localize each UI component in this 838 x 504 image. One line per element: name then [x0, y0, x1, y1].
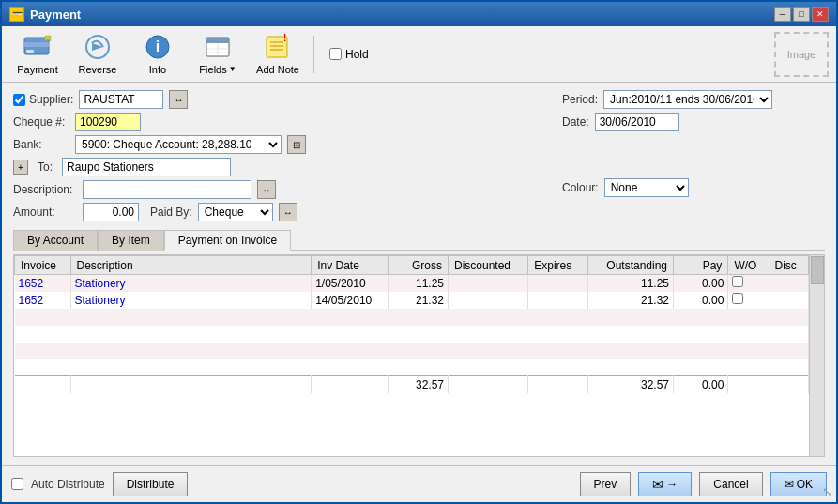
- colour-select[interactable]: None Red Blue Green: [604, 178, 689, 197]
- col-description: Description: [70, 256, 312, 275]
- minimize-button[interactable]: ─: [774, 7, 791, 22]
- total-empty-1: [15, 376, 71, 393]
- tab-payment-on-invoice[interactable]: Payment on Invoice: [164, 230, 291, 251]
- colour-label: Colour:: [562, 181, 599, 194]
- paid-by-arrow-button[interactable]: ↔: [279, 203, 297, 221]
- hold-area: Hold: [329, 48, 369, 61]
- col-pay: Pay: [674, 256, 728, 275]
- col-inv-date: Inv Date: [312, 256, 389, 275]
- bank-browse-button[interactable]: ⊞: [287, 135, 306, 154]
- period-select[interactable]: Jun:2010/11 ends 30/06/2010: [603, 90, 772, 109]
- add-note-label: Add Note: [256, 64, 299, 75]
- supplier-checkbox[interactable]: [13, 94, 25, 106]
- fields-button[interactable]: Fields ▼: [190, 31, 246, 78]
- tab-by-item[interactable]: By Item: [98, 230, 164, 251]
- tabs: By Account By Item Payment on Invoice: [13, 229, 825, 250]
- cell-disc-1: [449, 275, 528, 292]
- table-scrollbar[interactable]: [809, 255, 824, 456]
- cell-disc2-1: [769, 275, 808, 292]
- auto-distribute-checkbox[interactable]: [11, 478, 23, 490]
- cheque-input[interactable]: [75, 113, 141, 131]
- description-arrow-button[interactable]: ↔: [257, 180, 276, 199]
- date-input[interactable]: [595, 113, 679, 131]
- email-icon: ✉: [652, 477, 663, 492]
- table-row-empty: [15, 343, 809, 359]
- image-label: Image: [787, 49, 816, 60]
- form-cols: Supplier: ↔ Cheque #: Bank: 5900: Cheque…: [13, 90, 825, 221]
- cell-disc2-2: [769, 292, 808, 309]
- payment-label: Payment: [17, 64, 57, 75]
- supplier-arrow-button[interactable]: ↔: [169, 90, 188, 109]
- distribute-button[interactable]: Distribute: [113, 472, 189, 496]
- description-row: Description: ↔: [13, 180, 543, 199]
- reverse-button[interactable]: Reverse: [69, 31, 126, 78]
- ok-email-icon: ✉: [785, 478, 794, 491]
- total-empty-3: [312, 376, 389, 393]
- close-button[interactable]: ✕: [812, 7, 829, 22]
- cell-exp-2: [528, 292, 588, 309]
- to-label: To:: [38, 160, 56, 174]
- supplier-input[interactable]: [79, 90, 163, 109]
- total-empty-6: [728, 376, 769, 393]
- cell-disc-2: [449, 292, 528, 309]
- svg-rect-2: [26, 50, 34, 53]
- tabs-container: By Account By Item Payment on Invoice: [13, 229, 825, 251]
- period-row: Period: Jun:2010/11 ends 30/06/2010: [562, 90, 825, 109]
- to-row: + To:: [13, 158, 543, 176]
- cheque-row: Cheque #:: [13, 113, 543, 131]
- bank-select[interactable]: 5900: Cheque Account: 28,288.10: [75, 135, 282, 154]
- description-input[interactable]: [83, 180, 251, 199]
- bank-label: Bank:: [13, 138, 69, 151]
- cell-wo-2[interactable]: [728, 292, 769, 309]
- form-col-left: Supplier: ↔ Cheque #: Bank: 5900: Cheque…: [13, 90, 543, 221]
- cell-date-2: 14/05/2010: [312, 292, 389, 309]
- col-invoice: Invoice: [15, 256, 71, 275]
- amount-input[interactable]: [83, 203, 139, 221]
- amount-row: Amount: Paid By: Cheque Cash EFT ↔: [13, 203, 543, 221]
- table-row-empty: [15, 359, 809, 376]
- table-row: 1652 Stationery 14/05/2010 21.32 21.32 0…: [15, 292, 809, 309]
- image-area: Image: [774, 32, 829, 77]
- cell-invoice-1[interactable]: 1652: [15, 275, 71, 292]
- cell-outstanding-2: 21.32: [588, 292, 674, 309]
- bank-row: Bank: 5900: Cheque Account: 28,288.10 ⊞: [13, 135, 543, 154]
- form-body: Supplier: ↔ Cheque #: Bank: 5900: Cheque…: [2, 83, 836, 465]
- cell-wo-1[interactable]: [728, 275, 769, 292]
- svg-text:i: i: [156, 38, 160, 54]
- cell-pay-1[interactable]: 0.00: [674, 275, 728, 292]
- cell-desc-1[interactable]: Stationery: [70, 275, 312, 292]
- fields-icon: [203, 34, 233, 61]
- scrollbar-thumb[interactable]: [811, 256, 824, 284]
- paid-by-label: Paid By:: [150, 206, 192, 219]
- resize-handle[interactable]: ⤡: [822, 484, 833, 499]
- ok-button[interactable]: ✉ OK: [770, 472, 827, 496]
- payment-button[interactable]: Payment: [9, 31, 66, 78]
- paid-by-select[interactable]: Cheque Cash EFT: [198, 203, 273, 221]
- to-input[interactable]: [62, 158, 231, 176]
- info-button[interactable]: i Info: [130, 31, 186, 78]
- table-row-empty: [15, 326, 809, 343]
- description-label: Description:: [13, 183, 77, 196]
- toolbar: Payment Reverse i Info: [2, 26, 836, 83]
- maximize-button[interactable]: □: [793, 7, 810, 22]
- table-row: 1652 Stationery 1/05/2010 11.25 11.25 0.…: [15, 275, 809, 292]
- window-icon: 💳: [9, 7, 24, 22]
- email-send-button[interactable]: ✉ →: [638, 472, 692, 496]
- cheque-label: Cheque #:: [13, 115, 69, 129]
- table-area: Invoice Description Inv Date Gross Disco…: [13, 254, 825, 457]
- cancel-button[interactable]: Cancel: [699, 472, 762, 496]
- send-arrow-icon: →: [666, 478, 678, 491]
- auto-distribute-label: Auto Distribute: [31, 478, 105, 491]
- prev-button[interactable]: Prev: [580, 472, 632, 496]
- tab-by-account[interactable]: By Account: [13, 230, 98, 251]
- total-empty-5: [528, 376, 588, 393]
- hold-checkbox[interactable]: [329, 48, 342, 60]
- cell-invoice-2[interactable]: 1652: [15, 292, 71, 309]
- add-note-button[interactable]: ! Add Note: [250, 31, 306, 78]
- cell-exp-1: [528, 275, 588, 292]
- svg-text:!: !: [283, 34, 286, 43]
- cell-pay-2[interactable]: 0.00: [674, 292, 728, 309]
- expand-button[interactable]: +: [13, 160, 28, 175]
- cell-desc-2[interactable]: Stationery: [70, 292, 312, 309]
- date-row: Date:: [562, 113, 825, 131]
